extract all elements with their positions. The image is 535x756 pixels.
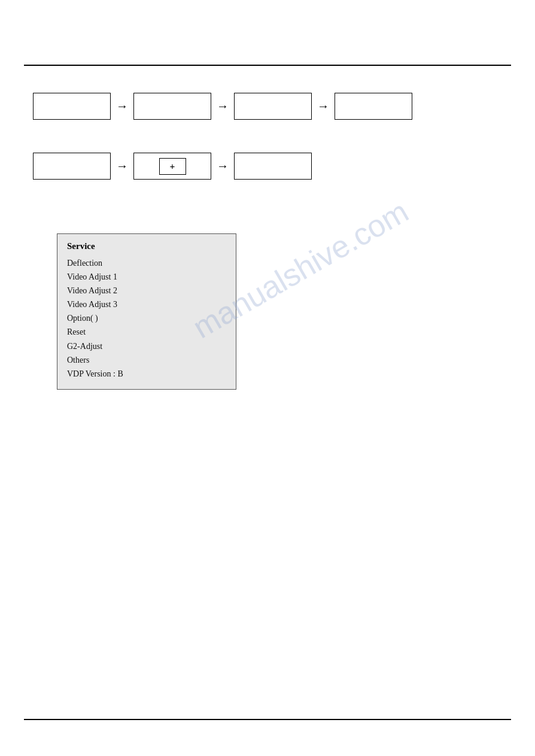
service-item-video3: Video Adjust 3 bbox=[67, 297, 226, 311]
bottom-border bbox=[24, 719, 511, 720]
arrow-1: → bbox=[111, 99, 133, 113]
arrow2-2: → bbox=[211, 159, 234, 173]
flow-box2-2: + bbox=[133, 153, 211, 180]
arrow2-1: → bbox=[111, 159, 133, 173]
service-item-vdp: VDP Version : B bbox=[67, 367, 226, 381]
flow-box-4 bbox=[335, 93, 412, 120]
arrow-3: → bbox=[312, 99, 335, 113]
flow-box-2 bbox=[133, 93, 211, 120]
flow-box2-1 bbox=[33, 153, 111, 180]
flow-diagram-1: → → → bbox=[33, 93, 412, 120]
inner-box: + bbox=[159, 158, 186, 175]
service-item-reset: Reset bbox=[67, 325, 226, 339]
service-item-video1: Video Adjust 1 bbox=[67, 270, 226, 284]
service-item-g2: G2-Adjust bbox=[67, 339, 226, 353]
flow-box2-3 bbox=[234, 153, 312, 180]
service-item-option: Option( ) bbox=[67, 311, 226, 325]
arrow-2: → bbox=[211, 99, 234, 113]
top-border bbox=[24, 65, 511, 66]
flow-box-3 bbox=[234, 93, 312, 120]
service-item-video2: Video Adjust 2 bbox=[67, 284, 226, 297]
flow-box-1 bbox=[33, 93, 111, 120]
flow-diagram-2: → + → bbox=[33, 153, 312, 180]
service-menu: Service Deflection Video Adjust 1 Video … bbox=[57, 233, 236, 390]
service-item-others: Others bbox=[67, 353, 226, 367]
service-menu-title: Service bbox=[67, 241, 226, 251]
service-item-deflection: Deflection bbox=[67, 256, 226, 270]
